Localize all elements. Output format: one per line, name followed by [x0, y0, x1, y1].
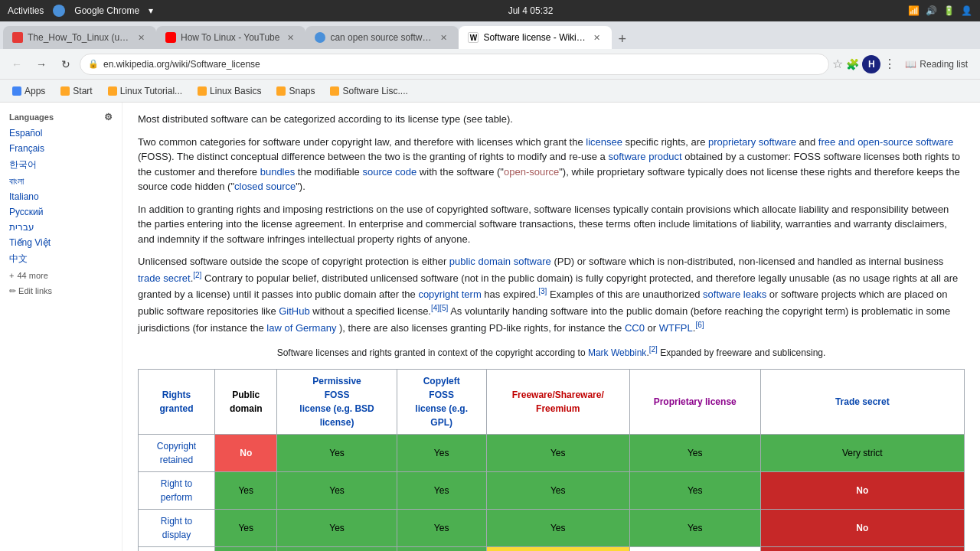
link-source-code[interactable]: source code	[362, 166, 416, 178]
cell-display-trade: No	[760, 509, 964, 546]
tab-close-1[interactable]: ✕	[135, 31, 147, 44]
sidebar-lang-korean[interactable]: 한국어	[0, 156, 122, 174]
sidebar-section-title: Languages ⚙	[0, 109, 122, 126]
new-tab-button[interactable]: +	[612, 31, 632, 47]
os-activities[interactable]: Activities	[8, 5, 44, 16]
sidebar-more-button[interactable]: + 44 more	[0, 268, 122, 283]
cell-display-permissive: Yes	[277, 509, 397, 546]
sidebar-lang-hebrew[interactable]: עברית	[0, 220, 122, 235]
link-trade-secret[interactable]: trade secret	[138, 272, 191, 284]
ref-2: [2]	[193, 271, 201, 279]
tab-1[interactable]: The_How_To_Linux (u/Th... ✕	[3, 26, 156, 49]
sidebar: Languages ⚙ Español Français 한국어 বাংলা I…	[0, 103, 122, 551]
bookmark-software[interactable]: Software Lisc....	[324, 83, 413, 99]
link-licensee[interactable]: licensee	[586, 136, 622, 148]
sidebar-lang-chinese[interactable]: 中文	[0, 250, 122, 268]
header-public: Publicdomain	[215, 369, 277, 434]
header-proprietary: Proprietary license	[629, 369, 760, 434]
lock-icon: 🔒	[88, 59, 99, 69]
cell-right-perform: Right toperform	[139, 471, 215, 509]
sidebar-lang-vietnamese[interactable]: Tiếng Việt	[0, 235, 122, 250]
sidebar-lang-italiano[interactable]: Italiano	[0, 189, 122, 204]
link-proprietary-software[interactable]: proprietary software	[708, 136, 796, 148]
bookmarks-bar: Apps Start Linux Tutorial... Linux Basic…	[0, 80, 980, 103]
cell-perform-freeware: Yes	[486, 471, 629, 509]
paragraph-1: Most distributed software can be categor…	[138, 112, 965, 127]
link-github[interactable]: GitHub	[279, 305, 309, 317]
table-row: Right to copy Yes Yes Yes Yes Lawsuits a…	[139, 546, 965, 551]
toolbar-right: ☆ 🧩 H ⋮ 📖 Reading list	[832, 55, 974, 73]
cell-display-freeware: Yes	[486, 509, 629, 546]
link-foss[interactable]: free and open-source software	[818, 136, 953, 148]
bookmark-linux-basics[interactable]: Linux Basics	[191, 83, 267, 99]
header-freeware: Freeware/Shareware/Freemium	[486, 369, 629, 434]
tab-close-3[interactable]: ✕	[437, 31, 449, 44]
ref-45: [4][5]	[431, 304, 448, 312]
link-law-germany[interactable]: law of Germany	[266, 322, 336, 334]
header-rights: Rightsgranted	[139, 369, 215, 434]
sidebar-gear-icon[interactable]: ⚙	[104, 112, 113, 122]
bookmark-star-icon[interactable]: ☆	[832, 57, 843, 71]
apps-favicon	[12, 86, 21, 96]
link-software-product[interactable]: software product	[608, 151, 681, 162]
reload-button[interactable]: ↻	[55, 54, 77, 75]
tab-2[interactable]: How To Linux - YouTube ✕	[156, 26, 305, 49]
os-app-name: Google Chrome	[74, 5, 139, 16]
bookmark-linux-tutorial[interactable]: Linux Tutorial...	[102, 83, 188, 99]
tab-favicon-3	[315, 32, 325, 43]
bookmark-snaps[interactable]: Snaps	[270, 83, 321, 99]
extensions-icon[interactable]: 🧩	[846, 58, 859, 70]
snaps-favicon	[276, 86, 286, 96]
tab-close-2[interactable]: ✕	[284, 31, 296, 44]
cell-display-proprietary: Yes	[629, 509, 760, 546]
forward-button[interactable]: →	[31, 54, 52, 75]
toolbar: ← → ↻ 🔒 en.wikipedia.org/wiki/Software_l…	[0, 49, 980, 80]
link-software-leaks[interactable]: software leaks	[703, 289, 766, 301]
tab-4[interactable]: W Software license - Wikipe... ✕	[459, 26, 612, 49]
cell-perform-proprietary: Yes	[629, 471, 760, 509]
main-area: Languages ⚙ Español Français 한국어 বাংলা I…	[0, 103, 980, 551]
os-systray-network[interactable]: 📶	[908, 5, 920, 16]
tab-bar: The_How_To_Linux (u/Th... ✕ How To Linux…	[0, 21, 980, 49]
software-label: Software Lisc....	[342, 86, 407, 96]
header-trade: Trade secret	[760, 369, 964, 434]
tab-favicon-2	[165, 32, 176, 43]
sidebar-edit-links[interactable]: ✏ Edit links	[0, 283, 122, 299]
tab-3[interactable]: can open source softwa... ✕	[305, 26, 459, 49]
cell-right-copy: Right to copy	[139, 546, 215, 551]
cell-copy-freeware: Yes	[486, 546, 629, 551]
os-systray-accessibility[interactable]: 👤	[961, 5, 972, 16]
link-bundles[interactable]: bundles	[260, 166, 296, 178]
back-button[interactable]: ←	[6, 54, 28, 75]
tab-label-3: can open source softwa...	[330, 32, 433, 43]
snaps-label: Snaps	[289, 86, 315, 96]
os-systray-power[interactable]: 🔋	[943, 5, 955, 16]
link-mark-webbink[interactable]: Mark Webbink	[588, 347, 646, 358]
menu-icon[interactable]: ⋮	[884, 57, 896, 71]
sidebar-lang-bangla[interactable]: বাংলা	[0, 174, 122, 189]
table-row: Right toperform Yes Yes Yes Yes Yes No	[139, 471, 965, 509]
table-row: Right todisplay Yes Yes Yes Yes Yes No	[139, 509, 965, 546]
link-open-source[interactable]: open-source	[504, 166, 559, 178]
link-cc0[interactable]: CC0	[625, 322, 645, 334]
expand-icon: +	[9, 271, 14, 280]
profile-icon[interactable]: H	[862, 55, 880, 73]
linux-basics-favicon	[198, 86, 207, 96]
cell-copy-proprietary	[629, 546, 760, 551]
os-systray-volume[interactable]: 🔊	[926, 5, 937, 16]
bookmark-apps[interactable]: Apps	[6, 83, 51, 99]
sidebar-lang-espanol[interactable]: Español	[0, 126, 122, 141]
reading-list-button[interactable]: 📖 Reading list	[899, 56, 974, 73]
link-closed-source[interactable]: closed source	[234, 181, 296, 192]
bookmark-start[interactable]: Start	[54, 83, 98, 99]
tab-close-4[interactable]: ✕	[590, 31, 603, 44]
sidebar-lang-francais[interactable]: Français	[0, 141, 122, 156]
link-copyright-term[interactable]: copyright term	[418, 289, 481, 301]
link-wtfpl[interactable]: WTFPL	[659, 322, 693, 334]
sidebar-lang-russian[interactable]: Русский	[0, 204, 122, 220]
cell-display-pd: Yes	[215, 509, 277, 546]
address-bar[interactable]: 🔒 en.wikipedia.org/wiki/Software_license	[80, 54, 829, 75]
cell-copyright-permissive: Yes	[277, 434, 397, 471]
link-public-domain[interactable]: public domain software	[449, 256, 551, 267]
license-table: Rightsgranted Publicdomain PermissiveFOS…	[138, 369, 965, 551]
